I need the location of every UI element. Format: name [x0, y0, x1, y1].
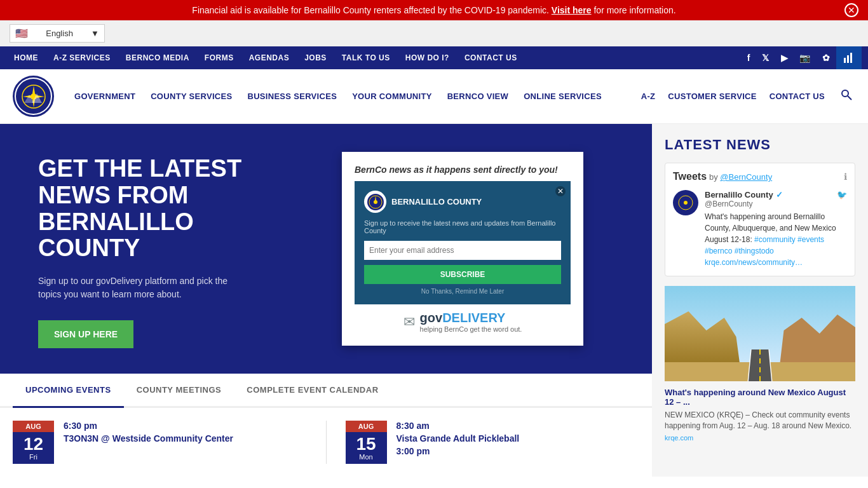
events-tabs: UPCOMING EVENTS COUNTY MEETINGS COMPLETE…	[0, 374, 652, 408]
krqe-link[interactable]: krqe.com/news/community…	[705, 258, 803, 267]
no-thanks-link[interactable]: No Thanks, Remind Me Later	[364, 288, 561, 295]
tweet-text: What's happening around Bernalillo Count…	[705, 211, 847, 268]
flag-icon: 🇺🇸	[15, 27, 28, 39]
events-section: UPCOMING EVENTS COUNTY MEETINGS COMPLETE…	[0, 374, 652, 477]
twitter-account-link[interactable]: @BernCounty	[720, 172, 772, 182]
hashtag-events[interactable]: #events	[797, 235, 824, 244]
svg-rect-1	[847, 55, 849, 63]
govdelivery-footer: ✉ govDELIVERY helping BernCo get the wor…	[355, 311, 571, 333]
nav-business-services[interactable]: BUSINESS SERVICES	[240, 76, 344, 117]
bernco-badge: BERNALILLO COUNTY	[364, 191, 561, 213]
signup-button[interactable]: Sign Up Here	[38, 320, 133, 348]
twitter-header: Tweets by @BernCounty ℹ	[673, 171, 847, 182]
main-nav-right: A-Z CUSTOMER SERVICE CONTACT US	[641, 86, 855, 107]
top-nav-contact-us[interactable]: CONTACT US	[457, 47, 525, 69]
nav-bernco-view[interactable]: BERNCO VIEW	[440, 76, 516, 117]
tab-upcoming-events[interactable]: UPCOMING EVENTS	[13, 374, 124, 408]
tweets-header-text: Tweets by @BernCounty	[673, 171, 772, 182]
info-icon[interactable]: ℹ	[844, 172, 847, 182]
top-nav-jobs[interactable]: JOBS	[297, 47, 334, 69]
events-divider	[326, 421, 327, 464]
svg-line-13	[848, 96, 851, 100]
svg-rect-0	[844, 58, 846, 63]
alert-text-after: for more information.	[593, 5, 675, 15]
main-nav-links: GOVERNMENT COUNTY SERVICES BUSINESS SERV…	[67, 76, 641, 117]
news-source[interactable]: krqe.com	[665, 434, 855, 442]
news-item-text: NEW MEXICO (KRQE) – Check out community …	[665, 410, 855, 431]
data-icon[interactable]	[836, 46, 862, 69]
twitter-widget: Tweets by @BernCounty ℹ Bernalillo C	[665, 163, 855, 276]
flickr-icon[interactable]: ✿	[817, 48, 836, 68]
alert-link[interactable]: Visit here	[552, 5, 592, 15]
event-title[interactable]: T3ON3N @ Westside Community Center	[64, 433, 233, 444]
hero-heading: GET THE LATEST NEWS FROM BERNALILLO COUN…	[38, 156, 248, 262]
signup-desc: Sign up to receive the latest news and u…	[364, 219, 561, 234]
youtube-icon[interactable]: ▶	[776, 48, 794, 68]
main-content: GET THE LATEST NEWS FROM BERNALILLO COUN…	[0, 124, 652, 477]
alert-text-before: Financial aid is available for Bernalill…	[192, 5, 549, 15]
tweet-content: Bernalillo County ✓ 🐦 @BernCounty What's…	[705, 190, 847, 268]
top-nav-az-services[interactable]: A-Z SERVICES	[46, 47, 118, 69]
event-day: 12	[16, 435, 51, 453]
event-month: AUG	[13, 421, 54, 432]
top-nav-talk-to-us[interactable]: TALK TO US	[334, 47, 398, 69]
event-info: 6:30 pm T3ON3N @ Westside Community Cent…	[64, 421, 233, 444]
search-button[interactable]	[837, 86, 855, 107]
svg-rect-2	[850, 53, 852, 63]
svg-point-20	[684, 201, 688, 205]
nav-government[interactable]: GOVERNMENT	[67, 76, 143, 117]
news-image	[665, 286, 855, 381]
news-item-title[interactable]: What's happening around New Mexico Augus…	[665, 388, 855, 407]
nav-contact-us[interactable]: CONTACT US	[770, 92, 825, 101]
top-nav-agendas[interactable]: AGENDAS	[241, 47, 297, 69]
nav-online-services[interactable]: ONLINE SERVICES	[516, 76, 609, 117]
top-nav-bernco-media[interactable]: BERNCO MEDIA	[118, 47, 197, 69]
tab-complete-calendar[interactable]: COMPLETE EVENT CALENDAR	[234, 374, 391, 406]
nav-your-community[interactable]: YOUR COMMUNITY	[344, 76, 440, 117]
tab-county-meetings[interactable]: COUNTY MEETINGS	[124, 374, 234, 406]
chevron-down-icon: ▼	[91, 29, 99, 38]
subscribe-button[interactable]: SUBSCRIBE	[364, 265, 561, 284]
top-nav: HOME A-Z SERVICES BERNCO MEDIA FORMS AGE…	[0, 46, 868, 69]
event-date-box: AUG 15 Mon	[346, 421, 387, 464]
tweet-item: Bernalillo County ✓ 🐦 @BernCounty What's…	[673, 190, 847, 268]
instagram-icon[interactable]: 📷	[794, 48, 816, 68]
top-nav-how-do-i[interactable]: HOW DO I?	[398, 47, 457, 69]
nav-az[interactable]: A-Z	[641, 92, 656, 101]
event-day: 15	[349, 435, 384, 453]
bernco-signup-box: ✕ BERNALILLO COUNTY	[355, 181, 571, 304]
event-item: AUG 15 Mon 8:30 am Vista Grande Adult Pi…	[346, 421, 640, 464]
language-label: English	[46, 29, 73, 38]
nav-customer-service[interactable]: CUSTOMER SERVICE	[668, 92, 756, 101]
social-icons-group: f 𝕏 ▶ 📷 ✿	[742, 46, 862, 69]
govdelivery-card: BernCo news as it happens sent directly …	[342, 152, 583, 346]
event-month: AUG	[346, 421, 387, 432]
events-list: AUG 12 Fri 6:30 pm T3ON3N @ Westside Com…	[0, 408, 652, 477]
svg-point-17	[374, 200, 377, 204]
hero-description: Sign up to our govDelivery platform and …	[38, 274, 248, 301]
top-nav-forms[interactable]: FORMS	[197, 47, 241, 69]
svg-point-12	[842, 90, 848, 97]
event-info: 8:30 am Vista Grande Adult Pickleball 3:…	[397, 421, 520, 459]
event-time: 8:30 am	[397, 421, 520, 431]
facebook-icon[interactable]: f	[742, 48, 756, 68]
mail-icon: ✉	[403, 314, 415, 330]
language-selector[interactable]: 🇺🇸 English ▼	[10, 24, 105, 43]
nav-county-services[interactable]: COUNTY SERVICES	[143, 76, 240, 117]
twitter-bird-icon: 🐦	[837, 190, 847, 200]
twitter-icon[interactable]: 𝕏	[757, 48, 775, 68]
alert-close-button[interactable]: ✕	[844, 3, 858, 17]
card-close-button[interactable]: ✕	[555, 186, 566, 196]
hashtag-community[interactable]: #community	[754, 235, 796, 244]
hashtag-bernco[interactable]: #bernco	[705, 247, 732, 255]
event-time2: 3:00 pm	[397, 446, 520, 456]
hashtag-thingstodo[interactable]: #thingstodo	[735, 247, 774, 255]
top-nav-home[interactable]: HOME	[6, 47, 46, 69]
logo[interactable]	[13, 69, 54, 123]
language-bar: 🇺🇸 English ▼	[0, 20, 868, 46]
right-sidebar: LATEST NEWS Tweets by @BernCounty ℹ	[652, 124, 868, 477]
email-input[interactable]	[364, 241, 561, 260]
tweet-handle: @BernCounty	[705, 200, 847, 208]
event-weekday: Mon	[349, 453, 384, 461]
event-title[interactable]: Vista Grande Adult Pickleball	[397, 433, 520, 444]
